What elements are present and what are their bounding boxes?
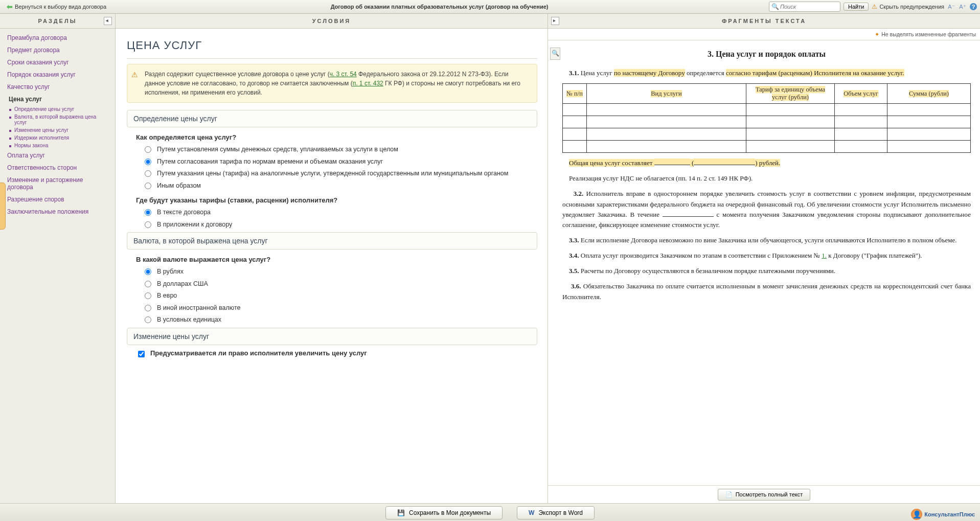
radio-rub[interactable] <box>145 268 151 275</box>
nav-sub-law[interactable]: Нормы закона <box>0 142 115 149</box>
fragments-body[interactable]: 🔍 3. Цена услуг и порядок оплаты 3.1. Це… <box>548 40 980 485</box>
back-button[interactable]: ⬅ Вернуться к выбору вида договора <box>3 1 110 12</box>
opt-sum[interactable]: Путем установления суммы денежных средст… <box>142 145 537 154</box>
font-larger-icon[interactable]: A⁺ <box>959 3 967 11</box>
para-3-3: 3.3. Если исполнение Договора невозможно… <box>562 235 971 245</box>
opt-usd[interactable]: В долларах США <box>142 280 537 289</box>
expand-fragments-button[interactable]: ▸ <box>551 17 559 25</box>
export-label: Экспорт в Word <box>538 509 583 516</box>
opt-foreign-label: В иной иностранной валюте <box>157 304 240 313</box>
opt-other[interactable]: Иным образом <box>142 182 537 191</box>
q-currency: В какой валюте выражается цена услуг? <box>136 256 537 263</box>
conditions-panel: УСЛОВИЯ ЦЕНА УСЛУГ ⚠ Раздел содержит сущ… <box>116 14 548 503</box>
nav-quality[interactable]: Качество услуг <box>0 81 115 93</box>
para-3-6: 3.6. Обязательство Заказчика по оплате с… <box>562 281 971 302</box>
opt-rub[interactable]: В рублях <box>142 267 537 277</box>
help-icon[interactable]: ? <box>970 3 977 10</box>
opt-foreign[interactable]: В иной иностранной валюте <box>142 304 537 313</box>
opt-eur[interactable]: В евро <box>142 291 537 301</box>
save-label: Сохранить в Мои документы <box>409 509 491 516</box>
fragments-toolbar: ✦ Не выделять измененные фрагменты <box>548 29 980 40</box>
nav-preamble[interactable]: Преамбула договора <box>0 32 115 44</box>
search-input[interactable] <box>779 3 838 10</box>
doc-section-heading: 3. Цена услуг и порядок оплаты <box>562 50 971 59</box>
page-title: Договор об оказании платных образователь… <box>112 4 767 10</box>
nav-sub-currency[interactable]: Валюта, в которой выражена цена услуг <box>0 113 115 126</box>
save-button[interactable]: 💾 Сохранить в Мои документы <box>385 506 503 519</box>
toggle-highlight[interactable]: Не выделять измененные фрагменты <box>881 31 976 37</box>
nav-amend[interactable]: Изменение и расторжение договора <box>0 174 115 193</box>
radio-eur[interactable] <box>145 292 151 299</box>
brand-logo[interactable]: 👤 КонсультантПлюс <box>911 509 975 520</box>
radio-tariff[interactable] <box>145 158 151 165</box>
nav-sub-definition[interactable]: Определение цены услуг <box>0 105 115 113</box>
right-tools: 🔍 Найти ⚠ Скрыть предупреждения A⁻ A⁺ ? <box>769 2 977 12</box>
conditions-header-label: УСЛОВИЯ <box>312 18 351 24</box>
radio-analog[interactable] <box>145 170 151 177</box>
opt-tariff[interactable]: Путем согласования тарифа по нормам врем… <box>142 157 537 167</box>
view-full-text-button[interactable]: 📄 Посмотреть полный текст <box>718 489 811 501</box>
nav-order[interactable]: Порядок оказания услуг <box>0 69 115 81</box>
opt-units[interactable]: В условных единицах <box>142 315 537 325</box>
checkbox-increase[interactable] <box>138 351 145 357</box>
hl-contract: по настоящему Договору <box>614 69 685 77</box>
export-word-button[interactable]: W Экспорт в Word <box>517 506 595 519</box>
law-link-2[interactable]: п. 1 ст. 432 <box>353 80 383 87</box>
highlight-icon: ✦ <box>875 31 879 37</box>
nav-final[interactable]: Заключительные положения <box>0 206 115 218</box>
radio-sum[interactable] <box>145 146 151 153</box>
back-label: Вернуться к выбору вида договора <box>15 4 106 10</box>
nav-subject[interactable]: Предмет договора <box>0 44 115 56</box>
law-link-1[interactable]: ч. 3 ст. 54 <box>330 71 357 78</box>
document-zoom-icon[interactable]: 🔍 <box>550 48 560 60</box>
font-smaller-icon[interactable]: A⁻ <box>947 3 955 11</box>
table-row <box>563 141 971 153</box>
para-3-1: 3.1. Цена услуг по настоящему Договору о… <box>562 68 971 78</box>
chk-increase[interactable]: Предусматривается ли право исполнителя у… <box>136 349 537 359</box>
nav-liability[interactable]: Ответственность сторон <box>0 162 115 174</box>
table-row <box>563 116 971 128</box>
search-box[interactable]: 🔍 <box>769 2 840 12</box>
fragments-footer: 📄 Посмотреть полный текст <box>548 485 980 503</box>
th-num: № п/п <box>566 90 583 97</box>
hl-tariffs: согласно тарифам (расценкам) Исполнителя… <box>726 69 904 77</box>
radio-other[interactable] <box>145 183 151 189</box>
opt-appendix-label: В приложении к договору <box>157 220 232 230</box>
nav-payment[interactable]: Оплата услуг <box>0 149 115 162</box>
chk-increase-label: Предусматривается ли право исполнителя у… <box>150 349 367 357</box>
divider <box>127 58 537 59</box>
section-currency: Валюта, в которой выражена цена услуг <box>127 232 537 250</box>
q-how-determined: Как определяется цена услуг? <box>136 133 537 141</box>
appendix-link[interactable]: 1. <box>822 252 827 259</box>
para-3-2: 3.2. Исполнитель вправе в одностороннем … <box>562 189 971 230</box>
opt-tariff-label: Путем согласования тарифа по нормам врем… <box>157 157 383 167</box>
blank-term <box>663 210 714 217</box>
blank-amount <box>654 158 690 165</box>
nav-price-active[interactable]: Цена услуг <box>0 93 115 105</box>
topbar: ⬅ Вернуться к выбору вида договора Догов… <box>0 0 980 14</box>
warning-box: ⚠ Раздел содержит существенное условие д… <box>127 64 537 103</box>
radio-usd[interactable] <box>145 281 151 287</box>
radio-intext[interactable] <box>145 209 151 216</box>
side-tab-handle[interactable] <box>0 183 6 230</box>
find-button[interactable]: Найти <box>844 3 869 11</box>
radio-units[interactable] <box>145 316 151 323</box>
nav-terms[interactable]: Сроки оказания услуг <box>0 56 115 69</box>
opt-analog[interactable]: Путем указания цены (тарифа) на аналогич… <box>142 169 537 178</box>
nav-sub-change[interactable]: Изменение цены услуг <box>0 126 115 134</box>
radio-foreign[interactable] <box>145 305 151 311</box>
conditions-body[interactable]: ЦЕНА УСЛУГ ⚠ Раздел содержит существенно… <box>116 29 548 503</box>
collapse-sidebar-button[interactable]: ◂ <box>104 17 112 25</box>
conditions-header: УСЛОВИЯ <box>116 14 548 29</box>
total-label: Общая цена услуг составляет <box>569 159 654 167</box>
nav-sub-costs[interactable]: Издержки исполнителя <box>0 134 115 142</box>
radio-appendix[interactable] <box>145 221 151 228</box>
opt-intext[interactable]: В тексте договора <box>142 208 537 217</box>
opt-sum-label: Путем установления суммы денежных средст… <box>157 145 398 154</box>
hide-warnings-button[interactable]: ⚠ Скрыть предупреждения <box>872 3 944 10</box>
para-3-5: 3.5. Расчеты по Договору осуществляются … <box>562 266 971 276</box>
nav-disputes[interactable]: Разрешение споров <box>0 193 115 206</box>
th-volume: Объем услуг <box>844 90 878 97</box>
table-row <box>563 104 971 116</box>
opt-appendix[interactable]: В приложении к договору <box>142 220 537 230</box>
